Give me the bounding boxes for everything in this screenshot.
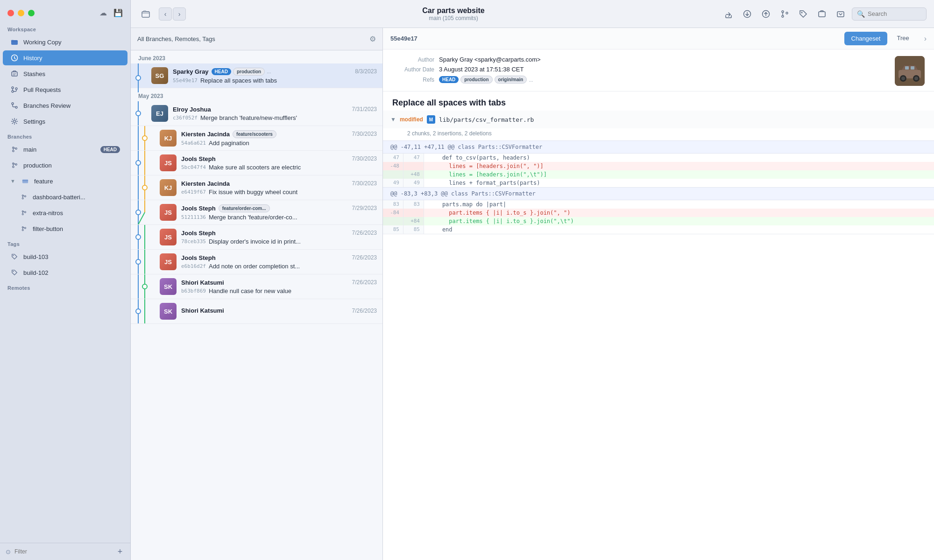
stash-action-icon[interactable] bbox=[814, 7, 829, 21]
detail-content: ▼ modified M lib/parts/csv_formatter.rb … bbox=[383, 111, 934, 560]
tags-section-label: Tags bbox=[0, 237, 130, 249]
avatar-jools-3: JS bbox=[160, 229, 177, 245]
folder-icon bbox=[10, 38, 19, 46]
commit-info-3: Kiersten Jacinda feature/scooters 7/30/2… bbox=[181, 130, 377, 147]
branches-section-label: Branches bbox=[0, 129, 130, 141]
sidebar-branch-main[interactable]: main HEAD bbox=[3, 142, 127, 157]
back-button[interactable]: ‹ bbox=[159, 7, 172, 21]
commit-info-6: Jools Steph feature/order-com... 7/29/20… bbox=[181, 204, 377, 221]
sidebar-item-stashes[interactable]: Stashes bbox=[3, 66, 127, 81]
diff-content-4: lines + format_parts(parts) bbox=[424, 179, 934, 187]
svg-point-18 bbox=[25, 196, 26, 197]
commit-list: June 2023 SG Sparky Gray bbox=[131, 50, 382, 560]
sidebar-item-pull-requests-label: Pull Requests bbox=[23, 86, 120, 93]
commit-bottom-5: e6419f67 Fix issue with buggy wheel coun… bbox=[181, 189, 377, 196]
expand-icon[interactable]: › bbox=[924, 35, 927, 43]
svg-point-55 bbox=[136, 235, 141, 239]
cloud-icon[interactable]: ☁ bbox=[99, 8, 107, 17]
commit-item-5[interactable]: KJ Kiersten Jacinda 7/30/2023 e6419f67 F… bbox=[131, 175, 382, 200]
commit-date-10: 7/26/2023 bbox=[352, 308, 377, 314]
commit-date-2: 7/31/2023 bbox=[352, 106, 377, 112]
commit-item-10[interactable]: SK Shiori Katsumi 7/26/2023 bbox=[131, 299, 382, 324]
search-input[interactable] bbox=[868, 10, 914, 17]
sidebar-item-branches-review[interactable]: Branches Review bbox=[3, 98, 127, 113]
commit-msg-9: Handle null case for new value bbox=[209, 287, 291, 294]
minimize-button[interactable] bbox=[18, 10, 24, 16]
fetch-icon[interactable] bbox=[740, 7, 755, 21]
commit-item-3[interactable]: KJ Kiersten Jacinda feature/scooters 7/3… bbox=[131, 126, 382, 151]
discard-action-icon[interactable] bbox=[833, 7, 848, 21]
commit-item-2[interactable]: EJ Elroy Joshua 7/31/2023 c36f052f Merge… bbox=[131, 101, 382, 126]
sidebar-branch-filter-button[interactable]: filter-button bbox=[3, 221, 127, 236]
sidebar-tag-build-102[interactable]: build-102 bbox=[3, 265, 127, 280]
branch-icon-main bbox=[10, 145, 19, 154]
sidebar-item-history[interactable]: History bbox=[3, 50, 127, 65]
svg-point-70 bbox=[914, 77, 918, 80]
commit-author-6: Jools Steph bbox=[181, 205, 216, 212]
commit-item-8[interactable]: JS Jools Steph 7/26/2023 e6b16d2f Add no… bbox=[131, 250, 382, 274]
avatar-kiersten-2: KJ bbox=[160, 179, 177, 196]
commit-top-4: Jools Steph 7/30/2023 bbox=[181, 155, 377, 162]
branch-filter-button-label: filter-button bbox=[33, 225, 63, 232]
push-icon[interactable] bbox=[758, 7, 773, 21]
add-button[interactable]: + bbox=[115, 547, 125, 556]
filter-settings-icon[interactable]: ⚙ bbox=[369, 35, 376, 43]
commit-item-9[interactable]: SK Shiori Katsumi 7/26/2023 b63bf869 Han… bbox=[131, 274, 382, 299]
date-header-may: May 2023 bbox=[131, 88, 382, 101]
commit-hash-7: 78ceb335 bbox=[181, 238, 206, 245]
close-button[interactable] bbox=[7, 10, 14, 16]
sidebar-branch-feature[interactable]: ▼ feature bbox=[3, 174, 127, 189]
tab-tree[interactable]: Tree bbox=[890, 32, 915, 45]
diff-num-r1: 47 bbox=[403, 154, 424, 162]
file-header-1[interactable]: ▼ modified M lib/parts/csv_formatter.rb bbox=[383, 111, 934, 128]
graph-line-2 bbox=[131, 101, 146, 126]
svg-point-32 bbox=[786, 12, 788, 14]
share-icon[interactable] bbox=[721, 7, 736, 21]
filter-input[interactable] bbox=[14, 548, 112, 555]
commit-info-2: Elroy Joshua 7/31/2023 c36f052f Merge br… bbox=[173, 106, 377, 121]
graph-line-9 bbox=[131, 274, 154, 299]
drive-icon[interactable]: 💾 bbox=[113, 8, 123, 17]
diff-line-rem-48: -48 lines = [headers.join(", ")] bbox=[383, 162, 934, 170]
diff-content-1: def to_csv(parts, headers) bbox=[424, 154, 934, 162]
commit-item-4[interactable]: JS Jools Steph 7/30/2023 5bc047f4 Make s… bbox=[131, 151, 382, 175]
branch-action-icon[interactable] bbox=[777, 7, 792, 21]
commit-hash-4: 5bc047f4 bbox=[181, 164, 206, 170]
branch-main-label: main bbox=[23, 146, 36, 153]
branch-extra-nitros-label: extra-nitros bbox=[33, 210, 63, 217]
sidebar-item-settings[interactable]: Settings bbox=[3, 114, 127, 129]
commit-item-6[interactable]: JS Jools Steph feature/order-com... 7/29… bbox=[131, 200, 382, 225]
commit-item-1[interactable]: SG Sparky Gray HEAD production ... 8/3/2… bbox=[131, 63, 382, 88]
sidebar-item-working-copy[interactable]: Working Copy bbox=[3, 35, 127, 49]
graph-line-1 bbox=[131, 63, 146, 92]
sidebar-item-pull-requests[interactable]: Pull Requests bbox=[3, 82, 127, 97]
sidebar-tag-build-103[interactable]: build-103 bbox=[3, 249, 127, 264]
commit-top-6: Jools Steph feature/order-com... 7/29/20… bbox=[181, 204, 377, 212]
commit-refs-1: HEAD production ... bbox=[212, 68, 271, 76]
sidebar-branch-dashboard[interactable]: dashboard-batteri... bbox=[3, 189, 127, 204]
tab-changeset[interactable]: Changeset bbox=[844, 32, 888, 45]
commit-bottom-9: b63bf869 Handle null case for new value bbox=[181, 287, 377, 294]
stash-icon bbox=[10, 70, 19, 78]
sidebar-branch-extra-nitros[interactable]: extra-nitros bbox=[3, 205, 127, 220]
commit-top-3: Kiersten Jacinda feature/scooters 7/30/2… bbox=[181, 130, 377, 138]
svg-point-24 bbox=[25, 227, 26, 229]
svg-point-10 bbox=[13, 150, 14, 152]
svg-point-7 bbox=[15, 106, 17, 108]
svg-point-42 bbox=[142, 136, 147, 140]
commit-author-7: Jools Steph bbox=[181, 230, 216, 237]
sidebar-branch-production[interactable]: production bbox=[3, 158, 127, 173]
diff-line-ctx-49: 49 49 lines + format_parts(parts) bbox=[383, 179, 934, 187]
diff-num-l3 bbox=[383, 170, 403, 179]
folder-nav-icon[interactable] bbox=[138, 7, 153, 21]
diff-num-l1: 47 bbox=[383, 154, 403, 162]
detail-avatar bbox=[895, 56, 925, 86]
graph-line-7 bbox=[131, 225, 154, 249]
svg-point-4 bbox=[12, 91, 14, 92]
detail-header: Author Sparky Gray <sparky@carparts.com>… bbox=[383, 49, 934, 91]
tag-action-icon[interactable] bbox=[796, 7, 811, 21]
tag-build-103-label: build-103 bbox=[23, 253, 49, 260]
commit-item-7[interactable]: JS Jools Steph 7/26/2023 78ceb335 Displa… bbox=[131, 225, 382, 250]
forward-button[interactable]: › bbox=[173, 7, 186, 21]
maximize-button[interactable] bbox=[28, 10, 35, 16]
